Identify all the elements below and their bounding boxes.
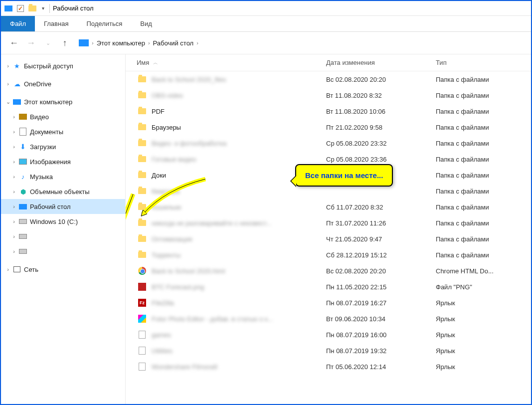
file-row[interactable]: Wondershare Filmora9Пт 05.06.2020 12:14Я… — [126, 359, 531, 375]
file-row[interactable]: БраузерыПт 21.02.2020 9:58Папка с файлам… — [126, 119, 531, 135]
col-header-name[interactable]: Имя︿ — [137, 59, 326, 66]
expander-icon[interactable]: › — [4, 81, 12, 87]
tree-item[interactable]: ›⬇Загрузки — [1, 139, 125, 154]
file-row[interactable]: ТоррентыСб 28.12.2019 15:12Папка с файла… — [126, 247, 531, 263]
file-date: Вс 02.08.2020 20:20 — [326, 76, 436, 83]
folder-icon — [137, 186, 148, 197]
tree-item[interactable]: › — [1, 244, 125, 259]
folder-icon — [137, 90, 148, 101]
file-row[interactable]: FzFileZillaПн 08.07.2019 16:27Ярлык — [126, 295, 531, 311]
tab-home[interactable]: Главная — [35, 16, 77, 31]
file-date: Ср 05.08.2020 23:36 — [326, 156, 436, 163]
chevron-icon[interactable]: › — [92, 40, 94, 46]
file-type: Папка с файлами — [436, 108, 489, 115]
recent-dropdown-icon[interactable]: ⌄ — [42, 37, 54, 49]
file-row[interactable]: OBS-videoВт 11.08.2020 8:32Папка с файла… — [126, 87, 531, 103]
chevron-icon[interactable]: › — [196, 40, 198, 46]
expander-icon[interactable]: › — [10, 159, 18, 165]
tree-item-label: Видео — [30, 113, 49, 121]
tab-file[interactable]: Файл — [1, 16, 35, 31]
expander-icon[interactable]: › — [10, 174, 18, 180]
file-date: Пт 05.06.2020 12:14 — [326, 363, 436, 371]
expander-icon[interactable]: › — [10, 233, 18, 239]
expander-icon[interactable]: › — [10, 129, 18, 135]
expander-icon[interactable]: › — [4, 63, 12, 69]
file-row[interactable]: Back to School 2020.htmlВс 02.08.2020 20… — [126, 263, 531, 279]
expander-icon[interactable]: › — [10, 114, 18, 120]
file-row[interactable]: PDFВт 11.08.2020 10:06Папка с файлами — [126, 103, 531, 119]
tree-item[interactable]: ›Windows 10 (C:) — [1, 214, 125, 229]
doc-icon — [18, 127, 28, 137]
tree-item[interactable]: ›⬢Объемные объекты — [1, 184, 125, 199]
qat-folder-icon[interactable] — [28, 4, 37, 13]
col-header-type[interactable]: Тип — [436, 59, 531, 66]
tree-item[interactable]: ›♪Музыка — [1, 169, 125, 184]
up-button[interactable]: ↑ — [59, 37, 71, 49]
titlebar: ✓ ▾ Рабочий стол — [1, 1, 531, 16]
tree-item[interactable]: ›Документы — [1, 124, 125, 139]
crumb-desktop[interactable]: Рабочий стол — [153, 39, 194, 47]
content-area: ›★Быстрый доступ›☁OneDrive⌄Этот компьюте… — [1, 54, 531, 404]
tree-item-label: Этот компьютер — [24, 98, 72, 106]
chevron-icon[interactable]: › — [148, 40, 150, 46]
file-row[interactable]: Fotor Photo Editor - добав. в статью о к… — [126, 311, 531, 327]
file-date: Пн 08.07.2019 19:32 — [326, 347, 436, 355]
file-type: Папка с файлами — [436, 172, 489, 179]
file-row[interactable]: ОптимизацияЧт 21.05.2020 9:47Папка с фай… — [126, 231, 531, 247]
file-date: Вт 11.08.2020 8:32 — [326, 92, 436, 99]
disk-icon — [18, 216, 28, 226]
file-date: Пн 11.05.2020 22:15 — [326, 283, 436, 291]
file-row[interactable]: BTC Forecast.pngПн 11.05.2020 22:15Файл … — [126, 279, 531, 295]
folder-icon — [137, 217, 148, 228]
expander-icon[interactable]: › — [10, 218, 18, 224]
tab-view[interactable]: Вид — [131, 16, 161, 31]
file-name: BTC Forecast.png — [152, 283, 326, 291]
tree-item[interactable]: ›Сеть — [1, 262, 125, 277]
tree-item-label: Сеть — [24, 266, 38, 273]
crumb-this-pc[interactable]: Этот компьютер — [97, 39, 145, 47]
tree-item[interactable]: ›★Быстрый доступ — [1, 58, 125, 73]
img-icon — [18, 157, 28, 167]
qat-checkbox-icon[interactable]: ✓ — [16, 4, 25, 13]
file-type: Папка с файлами — [436, 156, 489, 163]
png-icon — [137, 281, 148, 292]
expander-icon[interactable]: › — [10, 248, 18, 254]
tree-item[interactable]: ›Рабочий стол — [1, 199, 125, 214]
tree-item[interactable]: ›Изображения — [1, 154, 125, 169]
monitor-icon — [18, 202, 28, 211]
file-row[interactable]: gamesПн 08.07.2019 16:00Ярлык — [126, 327, 531, 343]
file-name: PDF — [152, 108, 326, 115]
file-row[interactable]: КошелькиСб 11.07.2020 8:32Папка с файлам… — [126, 199, 531, 215]
tree-item[interactable]: ›☁OneDrive — [1, 76, 125, 91]
tree-item-label: Музыка — [30, 173, 53, 181]
file-row[interactable]: Видео- и фотообработкаСр 05.08.2020 23:3… — [126, 135, 531, 151]
forward-button[interactable]: → — [25, 37, 37, 49]
col-header-date[interactable]: Дата изменения — [326, 59, 436, 66]
expander-icon[interactable]: › — [10, 189, 18, 195]
file-date: Чт 21.05.2020 9:47 — [326, 235, 436, 243]
file-row[interactable]: Back to School 2020_filesВс 02.08.2020 2… — [126, 71, 531, 87]
tree-item[interactable]: › — [1, 229, 125, 244]
file-type: Ярлык — [436, 299, 455, 307]
tree-item[interactable]: ⌄Этот компьютер — [1, 94, 125, 109]
folder-icon — [137, 74, 148, 85]
qat-dropdown-icon[interactable]: ▾ — [42, 5, 44, 11]
tree-item[interactable]: ›Видео — [1, 109, 125, 124]
folder-icon — [137, 154, 148, 165]
breadcrumb[interactable]: › Этот компьютер › Рабочий стол › — [79, 39, 198, 47]
file-date: Пт 21.02.2020 9:58 — [326, 124, 436, 131]
monitor-icon — [12, 97, 22, 107]
expander-icon[interactable]: › — [10, 144, 18, 150]
file-row[interactable]: никогда не разговаривайте с неизвест...П… — [126, 215, 531, 231]
file-row[interactable]: UtilitiesПн 08.07.2019 19:32Ярлык — [126, 343, 531, 359]
expander-icon[interactable]: › — [4, 266, 12, 272]
back-button[interactable]: ← — [8, 37, 20, 49]
file-date: Вт 09.06.2020 10:34 — [326, 315, 436, 323]
expander-icon[interactable]: › — [10, 203, 18, 209]
file-type: Папка с файлами — [436, 251, 489, 259]
expander-icon[interactable]: ⌄ — [4, 99, 12, 105]
tab-share[interactable]: Поделиться — [77, 16, 131, 31]
nav-tree: ›★Быстрый доступ›☁OneDrive⌄Этот компьюте… — [1, 54, 126, 404]
folder-icon — [137, 106, 148, 117]
folder-icon — [137, 249, 148, 260]
